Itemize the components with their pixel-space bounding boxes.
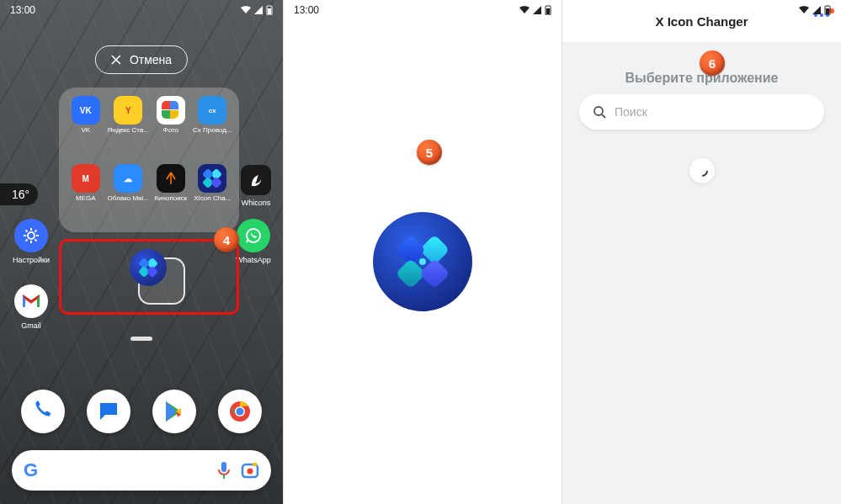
svg-point-17 (697, 166, 707, 176)
folder-app: Фото (151, 96, 190, 161)
signal-icon (812, 6, 821, 14)
gear-icon (22, 226, 40, 245)
battery-icon (545, 5, 551, 15)
svg-point-16 (594, 107, 603, 115)
status-bar: 13:00 (284, 0, 562, 20)
search-input[interactable] (615, 105, 811, 119)
svg-text:G: G (24, 459, 38, 480)
battery-icon (824, 5, 831, 15)
svg-rect-8 (221, 462, 226, 472)
loading-spinner (689, 158, 715, 183)
folder-app: XIcon Cha... (193, 164, 232, 229)
app-label: Whicons (242, 199, 271, 207)
page-indicator (130, 337, 152, 341)
picker-subtitle: Выберите приложение (562, 71, 841, 86)
cancel-button[interactable]: Отмена (95, 45, 188, 74)
dock-playstore[interactable] (152, 390, 196, 433)
svg-rect-13 (546, 8, 550, 14)
gmail-icon (21, 294, 41, 309)
close-icon (111, 55, 121, 65)
folder-app: ☁Облако Mai... (107, 164, 149, 229)
left-app-column: Настройки Gmail (5, 219, 57, 330)
chat-icon (97, 400, 120, 423)
svg-rect-15 (826, 8, 829, 14)
mic-icon[interactable] (217, 461, 231, 480)
app-whatsapp[interactable]: WhatsApp (236, 219, 271, 264)
search-bar[interactable] (579, 94, 824, 130)
folder-app: cxCx Провод... (193, 96, 232, 161)
status-bar (562, 0, 841, 20)
status-bar: 13:00 (0, 0, 283, 20)
dock-chrome[interactable] (218, 390, 262, 433)
play-icon (162, 400, 186, 423)
bird-icon (249, 172, 263, 188)
wifi-icon (799, 6, 809, 14)
wifi-icon (519, 6, 530, 14)
folder-app: VKVK (66, 96, 105, 161)
app-whicons[interactable]: Whicons (241, 165, 271, 207)
temperature-value: 16° (12, 188, 29, 201)
search-icon (593, 105, 606, 119)
svg-point-2 (28, 232, 35, 239)
dock (10, 385, 273, 438)
status-icons (241, 5, 273, 15)
google-search-bar[interactable]: G (12, 450, 271, 491)
panel-splash: 13:00 5 (283, 0, 562, 504)
svg-rect-1 (268, 8, 271, 14)
step-badge-5: 5 (417, 140, 442, 165)
cancel-label: Отмена (130, 53, 172, 66)
status-time: 13:00 (294, 4, 319, 16)
battery-icon (266, 5, 273, 15)
dock-phone[interactable] (21, 390, 65, 433)
app-folder[interactable]: VKVK YЯндекс Ста... Фото cxCx Провод... … (59, 88, 239, 232)
google-logo-icon: G (24, 459, 45, 481)
dock-messages[interactable] (87, 390, 130, 433)
app-splash-logo (373, 212, 472, 311)
folder-app: YЯндекс Ста... (107, 96, 149, 161)
spinner-icon (695, 163, 710, 178)
wifi-icon (241, 6, 251, 14)
whatsapp-icon (244, 226, 263, 245)
app-settings[interactable]: Настройки (13, 219, 50, 264)
step-badge-4: 4 (214, 227, 239, 252)
signal-icon (533, 6, 541, 14)
chrome-icon (228, 400, 252, 423)
svg-point-10 (248, 469, 253, 475)
panel-homescreen: 13:00 Отмена 16° VKVK YЯндекс Ста... Фот… (0, 0, 283, 504)
status-time: 13:00 (10, 4, 35, 16)
folder-app: MMEGA (66, 164, 105, 229)
folder-app: Кинопоиск (151, 164, 190, 229)
signal-icon (254, 6, 263, 14)
temperature-widget[interactable]: 16° (0, 183, 38, 205)
step-badge-6: 6 (700, 50, 725, 76)
dragging-app-icon[interactable] (130, 249, 167, 286)
svg-point-6 (237, 408, 244, 416)
panel-app-picker: X Icon Changer 6 Выберите приложение (562, 0, 841, 504)
app-gmail[interactable]: Gmail (14, 284, 48, 330)
svg-rect-11 (253, 463, 257, 466)
lens-icon[interactable] (241, 461, 259, 480)
phone-icon (31, 400, 55, 423)
